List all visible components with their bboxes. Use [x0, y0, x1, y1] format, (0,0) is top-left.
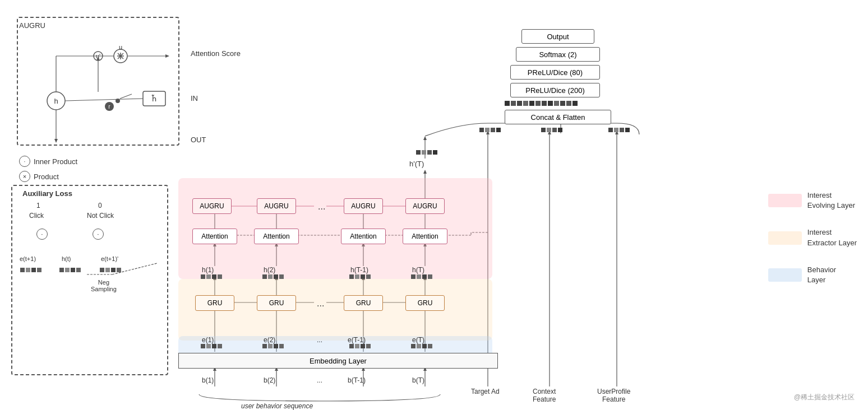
e2-label: e(2) — [264, 336, 275, 344]
target-embed — [479, 128, 501, 132]
concat-flatten-box: Concat & Flatten — [505, 110, 611, 124]
h2-label: h(2) — [264, 266, 275, 274]
legend-item-evolving: InterestEvolving Layer — [768, 190, 857, 211]
out-label: OUT — [191, 136, 206, 144]
in-label: IN — [191, 94, 198, 102]
b1-label: b(1) — [202, 376, 214, 384]
svg-marker-66 — [423, 136, 427, 140]
hprime-embed — [416, 150, 437, 155]
augru-box-3: AUGRU — [344, 198, 383, 214]
attention-score-label: Attention Score — [191, 49, 241, 58]
legend-behavior-text: BehaviorLayer — [807, 265, 836, 285]
augru-label: AUGRU — [19, 21, 45, 30]
auxiliary-loss-label: Auxiliary Loss — [22, 189, 72, 198]
gru-box-1: GRU — [195, 295, 234, 311]
aux-not-click-label: Not Click — [87, 212, 114, 220]
legend-orange-rect — [768, 231, 802, 245]
softmax-box: Softmax (2) — [516, 47, 600, 62]
gru-box-2: GRU — [257, 295, 296, 311]
legend-pink-rect — [768, 194, 802, 207]
aux-et1-prime-label: e(t+1)' — [101, 255, 118, 262]
prelu-200-box: PReLU/Dice (200) — [510, 83, 600, 97]
eT1-label: e(T-1) — [348, 336, 366, 344]
watermark: @稀土掘金技术社区 — [794, 393, 855, 402]
product-legend: × Product — [19, 171, 59, 182]
aux-embed-3 — [100, 268, 121, 272]
output-box: Output — [521, 29, 594, 44]
eT-label: e(T) — [412, 336, 424, 344]
h1-embed — [201, 274, 222, 279]
aux-one-label: 1 — [36, 202, 40, 209]
aux-embed-2 — [59, 268, 81, 272]
augru-box-4: AUGRU — [405, 198, 445, 214]
aux-click-label: Click — [29, 212, 44, 220]
embedding-layer-bar: Embedding Layer — [178, 353, 498, 369]
embedding-layer-label: Embedding Layer — [310, 357, 367, 365]
eT1-embed — [349, 344, 371, 348]
prelu-80-box: PReLU/Dice (80) — [510, 65, 600, 80]
attention-box-4: Attention — [403, 229, 447, 244]
dots-gru: ... — [317, 299, 324, 309]
legend-blue-rect — [768, 268, 802, 282]
hT-label: h(T) — [412, 266, 424, 274]
hT-embed — [411, 274, 432, 279]
augru-box-1: AUGRU — [192, 198, 232, 214]
aux-et1-label: e(t+1) — [20, 255, 36, 262]
svg-marker-64 — [423, 170, 427, 174]
legend-item-behavior: BehaviorLayer — [768, 265, 857, 285]
h2-embed — [262, 274, 284, 279]
user-behavior-sequence-label: user behavior sequence — [241, 402, 313, 410]
b-dots: ... — [317, 376, 322, 384]
inner-product-label: Inner Product — [34, 157, 77, 166]
attention-box-2: Attention — [254, 229, 299, 244]
bT-label: b(T) — [412, 376, 424, 384]
user-profile-feature-label: UserProfileFeature — [597, 388, 630, 403]
aux-circle-1: · — [36, 229, 48, 240]
context-feature-label: ContextFeature — [533, 388, 556, 403]
hT1-label: h(T-1) — [350, 266, 368, 274]
e1-label: e(1) — [202, 336, 214, 344]
context-embed — [541, 128, 562, 132]
e1-embed — [201, 344, 222, 348]
gru-box-4: GRU — [405, 295, 445, 311]
b2-label: b(2) — [264, 376, 275, 384]
attention-box-3: Attention — [341, 229, 386, 244]
bT1-label: b(T-1) — [348, 376, 366, 384]
neg-sampling-label: NegSampling — [91, 279, 117, 292]
h-prime-T-label: h'(T) — [409, 160, 424, 168]
eT-embed — [411, 344, 432, 348]
dense-embed-before-concat — [505, 101, 578, 106]
hT1-embed — [349, 274, 371, 279]
aux-ht-label: h(t) — [62, 255, 71, 262]
diagram-container: h u' u h̃ r — [0, 0, 868, 410]
product-icon: × — [19, 171, 30, 182]
aux-circle-2: · — [93, 229, 104, 240]
target-ad-label: Target Ad — [471, 388, 500, 395]
h1-label: h(1) — [202, 266, 214, 274]
e-dots: ... — [317, 336, 322, 344]
legend-area: InterestEvolving Layer InterestExtractor… — [768, 190, 857, 285]
legend-extractor-text: InterestExtractor Layer — [807, 227, 857, 248]
legend-item-extractor: InterestExtractor Layer — [768, 227, 857, 248]
augru-box-2: AUGRU — [257, 198, 296, 214]
aux-embed-1 — [20, 268, 41, 272]
userprofile-embed — [608, 128, 630, 132]
inner-product-icon: · — [19, 156, 30, 167]
attention-box-1: Attention — [192, 229, 237, 244]
dots-augru: ... — [318, 202, 325, 212]
augru-diagram-box — [17, 17, 179, 146]
product-label: Product — [34, 173, 59, 181]
gru-box-3: GRU — [344, 295, 383, 311]
legend-evolving-text: InterestEvolving Layer — [807, 190, 855, 211]
inner-product-legend: · Inner Product — [19, 156, 77, 167]
aux-zero-label: 0 — [98, 202, 102, 209]
e2-embed — [262, 344, 284, 348]
